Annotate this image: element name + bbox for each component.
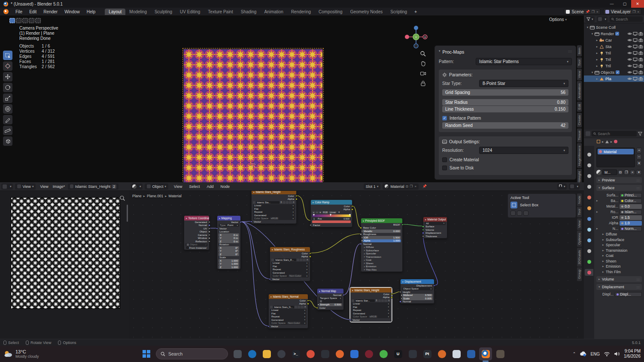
navigation-gizmo[interactable]: X Y (403, 25, 429, 51)
side-tab-animation[interactable]: Animation (577, 81, 582, 101)
side-tab-view[interactable]: View (577, 69, 582, 80)
node-header[interactable]: ▾Islamic Stars_Height (350, 288, 392, 293)
disable-viewport-icon[interactable] (633, 77, 638, 81)
node-header[interactable]: ▾Texture Coordinate (184, 216, 209, 220)
output-socket-color[interactable]: Color (269, 299, 308, 302)
subsection-thin-film[interactable]: ▸Thin Film (596, 269, 642, 275)
color-space-row[interactable]: Color SpacesRGB▾ (253, 217, 295, 220)
add-slot-button[interactable]: + (636, 148, 642, 153)
subsection-coat[interactable]: ▸Coat (596, 253, 642, 259)
color-swatch[interactable] (312, 220, 351, 223)
taskbar-u-app[interactable]: U (392, 347, 404, 360)
unlink-icon[interactable]: × (414, 184, 416, 188)
dropdown-generated[interactable]: Generated▾ (271, 271, 309, 275)
side-tab-easyweight[interactable]: EasyWeight (577, 169, 582, 182)
random-seed-slider[interactable]: Random Seed42 (442, 122, 568, 129)
node-header[interactable]: ▾Mapping (217, 216, 240, 220)
disable-viewport-icon[interactable] (633, 38, 638, 42)
subsection-subsurface[interactable]: ▸Subsurface (596, 237, 642, 243)
star-type-dropdown[interactable]: 8-Point Star▾ (479, 80, 568, 87)
select-tweak-button[interactable] (9, 18, 15, 23)
image-editor[interactable]: ▾ View▾ View Image* Islamic Stars_Height… (0, 182, 129, 339)
expand-icon[interactable]: ▸ (595, 58, 599, 61)
tool-add-cube[interactable] (3, 136, 12, 146)
node-color-ramp[interactable]: ▾Color RampColorAlpha+−▾RGBLinear▾1Pos0.… (310, 199, 352, 227)
viewport-3d[interactable]: Camera Perspective (1) Render | Plane Re… (0, 15, 584, 182)
disable-viewport-icon[interactable] (633, 51, 638, 55)
taskbar-blender[interactable] (479, 347, 492, 360)
side-tab-create[interactable]: Create (577, 113, 582, 127)
menu-render[interactable]: Render (40, 9, 61, 15)
viewport-options-button[interactable]: Options▾ (549, 17, 567, 22)
dropdown-generated[interactable]: Generated▾ (270, 318, 307, 322)
field-x[interactable]: X1.000 (219, 259, 239, 262)
subsection-transmission[interactable]: ▸Transmission (596, 248, 642, 253)
fake-user-shield-icon[interactable]: ◘ (618, 170, 623, 175)
input-socket-normal[interactable]: Normal (361, 242, 402, 246)
node-mapping[interactable]: ▾MappingVectorType:Point▾VectorLocationX… (217, 215, 241, 269)
tab-layout[interactable]: Layout (105, 9, 125, 15)
properties-tab-render[interactable] (585, 151, 593, 158)
expand-icon[interactable]: ▸ (595, 45, 599, 48)
expand-icon[interactable]: ▸ (595, 77, 599, 81)
tool-measure[interactable] (3, 126, 12, 135)
dropdown-repeat[interactable]: Repeat▾ (253, 211, 295, 214)
hide-viewport-icon[interactable] (627, 38, 632, 42)
tool-transform[interactable] (3, 104, 12, 114)
output-socket-color[interactable]: Color (270, 252, 310, 255)
disable-render-icon[interactable] (638, 57, 643, 61)
outliner-search-input[interactable] (616, 17, 641, 21)
node-material-output[interactable]: ▾Material OutputAll▾SurfaceVolumeDisplac… (423, 217, 447, 238)
disable-viewport-icon[interactable] (633, 57, 638, 61)
node-link-button[interactable]: Norm... (620, 226, 642, 231)
taskbar-edge-browser[interactable] (246, 347, 258, 360)
surface-section[interactable]: ▾Surface:::: (596, 185, 642, 191)
properties-tab-physics[interactable] (585, 237, 593, 244)
field-x[interactable]: X0 m (219, 233, 239, 237)
node-snap-button[interactable]: ▾ (557, 184, 567, 190)
toggle-ortho-icon[interactable] (420, 80, 426, 87)
dropdown-flat[interactable]: Flat▾ (253, 207, 295, 211)
disable-render-icon[interactable] (638, 51, 643, 55)
taskbar-monitor-app[interactable] (231, 347, 244, 360)
image-datablock[interactable]: Islamic Stars_N...× (270, 305, 307, 309)
side-tab-group[interactable]: Group (577, 267, 582, 281)
menu-add[interactable]: Add (203, 184, 217, 190)
node-normal-map[interactable]: ▾Normal MapNormalTangent Space▾Strength0… (317, 288, 344, 310)
outliner-row-render[interactable]: ▾ Render✓ (584, 30, 644, 37)
input-socket-color[interactable]: Color (317, 306, 343, 310)
subsection-emission[interactable]: ▸Emission (596, 264, 642, 269)
image-scrollbar[interactable] (127, 205, 128, 222)
remove-slot-button[interactable]: − (636, 154, 642, 160)
minimize-button[interactable]: — (605, 0, 618, 8)
shield-icon[interactable] (378, 299, 381, 302)
material-slot-active[interactable]: Material (598, 149, 634, 154)
side-tab-options[interactable]: Options (577, 231, 582, 247)
expand-icon[interactable]: ▾ (590, 32, 594, 36)
folder-icon[interactable] (384, 299, 387, 302)
taskbar-reader-app[interactable] (465, 347, 477, 360)
slot-specials-button[interactable]: ▾ (636, 160, 642, 166)
interlace-checkbox[interactable]: ✓ (442, 116, 447, 121)
taskbar-pt-app[interactable]: Pt (421, 347, 434, 360)
node-header[interactable]: ▾Color Ramp (311, 200, 352, 205)
taskbar-orange-sphere-app[interactable] (435, 347, 448, 360)
field-ior[interactable]: IOR1.500 (362, 236, 401, 239)
side-tab-view[interactable]: View (577, 218, 582, 230)
disable-viewport-icon[interactable] (633, 64, 638, 68)
pan-hand-icon[interactable] (420, 60, 426, 67)
properties-tab-material[interactable] (585, 269, 593, 276)
properties-search-input[interactable] (598, 132, 635, 136)
node-header[interactable]: ▾Islamic Stars_Normal (269, 294, 308, 299)
input-socket-vector[interactable]: Vector (350, 318, 392, 322)
copy-material-icon[interactable]: ❐ (624, 170, 629, 175)
select-circle-button[interactable] (22, 18, 28, 23)
eyedropper-icon[interactable]: ⟋ (205, 244, 207, 246)
field-z[interactable]: Z0 m (219, 240, 239, 243)
output-socket-vector[interactable]: Vector (217, 220, 240, 224)
collapsed-subsurface[interactable]: ▸Subsurface (361, 249, 402, 252)
collapsed-thin-film[interactable]: ▸Thin Film (361, 268, 402, 272)
input-socket-roughness[interactable]: Roughness (361, 233, 402, 236)
object-field[interactable]: Object⟋ (185, 243, 208, 247)
close-icon[interactable]: × (304, 306, 307, 308)
